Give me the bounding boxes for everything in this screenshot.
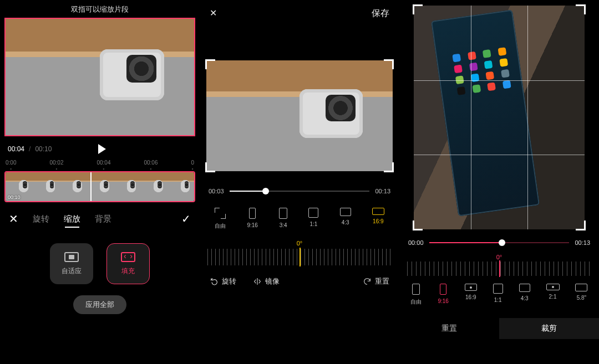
range-knob[interactable]: [262, 188, 269, 194]
range-start: 00:00: [408, 239, 424, 246]
tab-zoom[interactable]: 缩放: [64, 214, 80, 224]
crop-button[interactable]: 裁剪: [499, 318, 599, 339]
ratio-label: 3:4: [280, 222, 287, 228]
reset-button[interactable]: 重置: [399, 318, 499, 339]
ratio-1-1[interactable]: 1:1: [308, 208, 318, 230]
mode-fit-label: 自适应: [62, 266, 82, 276]
ratio-2-1[interactable]: 2:1: [546, 284, 560, 306]
range-knob[interactable]: [499, 239, 505, 246]
time-range: 00:00 00:13: [399, 229, 599, 250]
pinch-zoom-hint: 双指可以缩放片段: [0, 0, 200, 18]
range-end: 00:13: [375, 188, 390, 194]
ruler-tick: 0:00: [6, 160, 16, 166]
ratio-label: 2:1: [549, 294, 557, 300]
ruler-tick: 00:06: [144, 160, 158, 166]
ratio-label: 5.8": [577, 295, 586, 301]
ratio-3-4[interactable]: 3:4: [279, 208, 287, 230]
ratio-label: 4:3: [342, 219, 349, 225]
mode-fit[interactable]: 自适应: [50, 243, 93, 284]
ratio-icon: [440, 284, 446, 295]
ratio-label: 16:9: [373, 218, 383, 224]
range-track[interactable]: [230, 191, 370, 192]
ratio-9-16[interactable]: 9:16: [247, 208, 257, 230]
fill-icon: [121, 252, 135, 262]
mirror-icon: [253, 277, 262, 286]
ratio-icon: [372, 208, 384, 215]
close-icon[interactable]: ✕: [210, 8, 217, 19]
mode-fill-label: 填充: [121, 266, 135, 276]
reset-icon: [363, 277, 372, 286]
ratio-16-9[interactable]: 16:9: [465, 284, 477, 306]
crop-frame[interactable]: [414, 6, 585, 229]
time-separator: /: [29, 145, 31, 153]
time-range: 00:03 00:13: [200, 171, 399, 204]
crop-canvas[interactable]: [206, 60, 393, 171]
tab-rotate[interactable]: 旋转: [33, 214, 49, 224]
crop-panel: ✕ 保存 00:03 00:13 自由 9:16 3:4: [200, 0, 399, 364]
rotation-angle: 0°: [399, 250, 599, 260]
range-progress: [230, 191, 266, 192]
fit-icon: [64, 252, 79, 262]
rotation-dial[interactable]: [207, 249, 392, 265]
ratio-1-1[interactable]: 1:1: [493, 284, 503, 306]
crop-frame[interactable]: [206, 60, 393, 171]
aspect-ratios: 自由 9:16 16:9 1:1 4:3 2:1 5.8": [399, 276, 599, 309]
ratio-icon: [308, 208, 318, 218]
ratio-icon: [575, 284, 587, 291]
ratio-free[interactable]: 自由: [215, 208, 226, 230]
ratio-label: 16:9: [465, 294, 476, 300]
crop-canvas[interactable]: [414, 6, 585, 229]
ratio-icon: [493, 284, 503, 294]
bottom-tabs: 重置 裁剪: [399, 309, 599, 339]
ratio-label: 1:1: [494, 297, 502, 303]
ruler-tick: 00:04: [97, 160, 110, 166]
ratio-free-icon: [215, 208, 226, 219]
ruler-tick: 0: [191, 160, 194, 166]
current-time: 00:04: [8, 145, 24, 153]
tab-background[interactable]: 背景: [95, 214, 111, 224]
ratio-5-8[interactable]: 5.8": [575, 284, 587, 306]
play-icon[interactable]: [98, 144, 106, 154]
close-icon[interactable]: ✕: [9, 212, 18, 225]
ruler-tick: 00:02: [49, 160, 63, 166]
clip-duration-badge: 00:10: [8, 194, 21, 200]
confirm-icon[interactable]: ✓: [181, 212, 191, 225]
top-bar: ✕ 保存: [200, 0, 399, 27]
video-preview[interactable]: [4, 18, 195, 136]
ratio-4-3[interactable]: 4:3: [519, 284, 530, 306]
reset-label: 重置: [375, 276, 389, 286]
ratio-icon: [279, 208, 287, 219]
rotate-button[interactable]: 旋转: [210, 276, 236, 286]
edit-tabs: ✕ 旋转 缩放 背景 ✓: [0, 202, 200, 230]
ratio-4-3[interactable]: 4:3: [340, 208, 351, 230]
crop-panel-alt: 00:00 00:13 0° 自由 9:16 16:9 1:1 4:3: [399, 0, 599, 364]
apply-all-button[interactable]: 应用全部: [73, 295, 126, 314]
bottom-actions: 旋转 镜像 重置: [200, 265, 399, 286]
ratio-icon: [519, 284, 530, 292]
ratio-label: 自由: [215, 222, 226, 230]
mirror-button[interactable]: 镜像: [253, 276, 280, 286]
ratio-label: 4:3: [521, 295, 529, 301]
aspect-ratios: 自由 9:16 3:4 1:1 4:3 16:9: [200, 204, 399, 231]
ratio-9-16[interactable]: 9:16: [438, 284, 448, 306]
reset-button[interactable]: 重置: [363, 276, 389, 286]
range-track[interactable]: [429, 242, 570, 243]
editor-zoom-panel: 双指可以缩放片段 00:04 / 00:10 0:00 00:02 00:04 …: [0, 0, 200, 364]
ratio-16-9[interactable]: 16:9: [372, 208, 384, 230]
total-time: 00:10: [35, 145, 52, 153]
range-progress: [429, 242, 502, 243]
rotation-angle: 0°: [200, 231, 399, 247]
ratio-label: 9:16: [247, 222, 257, 228]
playhead[interactable]: [90, 171, 92, 202]
rotation-dial[interactable]: [407, 262, 591, 276]
range-start: 00:03: [209, 188, 224, 194]
range-end: 00:13: [575, 239, 590, 246]
ratio-label: 1:1: [309, 221, 317, 227]
ratio-free[interactable]: 自由: [410, 284, 422, 306]
save-button[interactable]: 保存: [372, 8, 389, 19]
mode-fill[interactable]: 填充: [106, 243, 150, 284]
ratio-label: 自由: [410, 298, 422, 306]
mirror-label: 镜像: [265, 276, 280, 286]
clip-thumbnails[interactable]: 00:10: [4, 171, 195, 202]
ratio-label: 9:16: [438, 298, 448, 304]
